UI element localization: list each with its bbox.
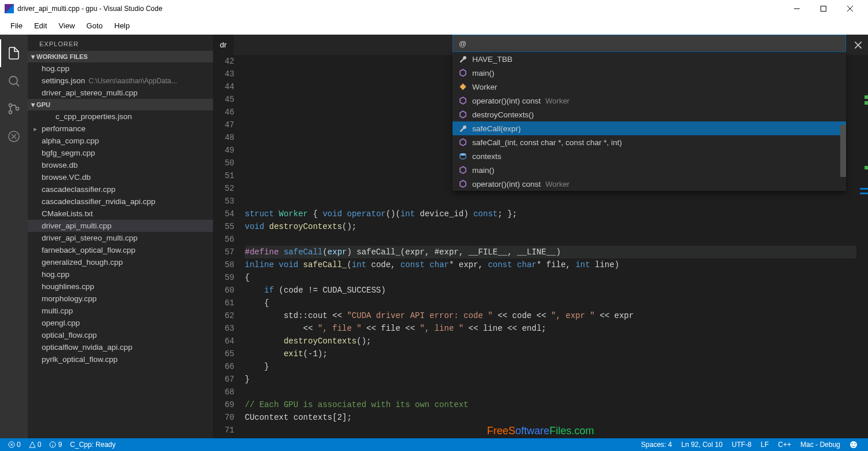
quick-open-item[interactable]: destroyContexts(): [453, 108, 846, 121]
method-icon: [458, 96, 468, 105]
menu-edit[interactable]: Edit: [28, 17, 53, 34]
working-file-item[interactable]: driver_api_stereo_multi.cpp: [28, 87, 213, 99]
debug-icon[interactable]: [0, 123, 28, 150]
quick-open-item[interactable]: main(): [453, 66, 846, 80]
svg-point-14: [855, 443, 856, 445]
status-language-server[interactable]: C_Cpp: Ready: [68, 441, 118, 449]
status-info[interactable]: 9: [47, 441, 64, 449]
chevron-down-icon: ▾: [31, 101, 35, 109]
folder-tree-item[interactable]: houghlines.cpp: [28, 280, 213, 293]
quick-open-input[interactable]: [453, 35, 846, 52]
ruler-mark: [865, 101, 868, 105]
method-icon: [458, 165, 468, 175]
menu-file[interactable]: File: [5, 17, 28, 34]
class-icon: [458, 82, 468, 91]
tab-driver-api-multi[interactable]: dr: [213, 35, 234, 55]
search-icon[interactable]: [0, 67, 28, 95]
method-icon: [458, 110, 468, 119]
window-controls: [784, 0, 863, 17]
working-files-label: WORKING FILES: [36, 53, 88, 60]
status-language[interactable]: C++: [774, 441, 796, 449]
feedback-icon[interactable]: [845, 441, 862, 449]
menubar: File Edit View Goto Help: [0, 17, 868, 35]
method-icon: [458, 179, 468, 188]
folder-tree-item[interactable]: hog.cpp: [28, 268, 213, 280]
overview-ruler[interactable]: [860, 55, 868, 438]
ruler-mark: [865, 95, 868, 99]
wrench-icon: [458, 54, 468, 64]
menu-help[interactable]: Help: [109, 17, 136, 34]
statusbar: 0 0 9 C_Cpp: Ready Spaces: 4 Ln 92, Col …: [0, 438, 868, 451]
titlebar: driver_api_multi.cpp - gpu - Visual Stud…: [0, 0, 868, 17]
folder-tree-item[interactable]: cascadeclassifier.cpp: [28, 183, 213, 195]
ruler-mark: [865, 166, 868, 169]
maximize-button[interactable]: [810, 0, 837, 17]
menu-goto[interactable]: Goto: [80, 17, 108, 34]
folder-tree-item[interactable]: farneback_optical_flow.cpp: [28, 244, 213, 256]
folder-label: GPU: [36, 101, 50, 108]
field-icon: [458, 151, 468, 161]
status-errors[interactable]: 0: [6, 441, 23, 449]
working-file-item[interactable]: settings.jsonC:\Users\aasthan\AppData...: [28, 75, 213, 87]
activitybar: [0, 35, 28, 438]
scrollbar-thumb[interactable]: [840, 125, 846, 177]
folder-tree-item[interactable]: bgfg_segm.cpp: [28, 147, 213, 159]
folder-tree-item[interactable]: optical_flow.cpp: [28, 329, 213, 341]
folder-tree: c_cpp_properties.jsonperformancealpha_co…: [28, 110, 213, 438]
wrench-icon: [458, 124, 468, 133]
svg-point-2: [9, 104, 12, 107]
ruler-mark: [860, 193, 868, 194]
menu-view[interactable]: View: [53, 17, 80, 34]
status-spaces[interactable]: Spaces: 4: [637, 441, 676, 449]
quick-open-item[interactable]: safeCall(expr): [453, 121, 846, 135]
svg-point-4: [16, 108, 19, 110]
folder-tree-item[interactable]: performance: [28, 123, 213, 135]
quick-open-item[interactable]: Worker: [453, 80, 846, 94]
sidebar: EXPLORER ▾ WORKING FILES hog.cppsettings…: [28, 35, 213, 438]
status-encoding[interactable]: UTF-8: [727, 441, 756, 449]
folder-tree-item[interactable]: driver_api_stereo_multi.cpp: [28, 232, 213, 244]
folder-header[interactable]: ▾ GPU: [28, 99, 213, 110]
quick-open-item[interactable]: main(): [453, 163, 846, 177]
quick-open-item[interactable]: safeCall_(int, const char *, const char …: [453, 135, 846, 149]
folder-tree-item[interactable]: driver_api_multi.cpp: [28, 220, 213, 232]
working-file-item[interactable]: hog.cpp: [28, 62, 213, 75]
git-icon[interactable]: [0, 95, 28, 123]
folder-tree-item[interactable]: alpha_comp.cpp: [28, 135, 213, 147]
svg-rect-8: [459, 83, 466, 90]
quick-open-list: HAVE_TBBmain()Workeroperator()(int) cons…: [453, 52, 846, 191]
quick-open-item[interactable]: HAVE_TBB: [453, 52, 846, 66]
status-config[interactable]: Mac - Debug: [796, 441, 845, 449]
window-title: driver_api_multi.cpp - gpu - Visual Stud…: [17, 5, 784, 13]
close-button[interactable]: [837, 0, 863, 17]
folder-tree-item[interactable]: morphology.cpp: [28, 293, 213, 305]
folder-tree-item[interactable]: c_cpp_properties.json: [28, 110, 213, 123]
minimize-button[interactable]: [784, 0, 810, 17]
svg-point-3: [9, 111, 12, 114]
folder-tree-item[interactable]: cascadeclassifier_nvidia_api.cpp: [28, 195, 213, 208]
status-warnings[interactable]: 0: [27, 441, 44, 449]
chevron-down-icon: ▾: [31, 53, 35, 61]
explorer-icon[interactable]: [0, 39, 28, 67]
quick-open-item[interactable]: operator()(int) constWorker: [453, 94, 846, 108]
app-icon: [5, 4, 14, 13]
close-tab-icon[interactable]: [853, 40, 863, 50]
folder-tree-item[interactable]: CMakeLists.txt: [28, 208, 213, 220]
folder-tree-item[interactable]: generalized_hough.cpp: [28, 256, 213, 268]
folder-tree-item[interactable]: pyrlk_optical_flow.cpp: [28, 353, 213, 365]
svg-point-9: [460, 153, 466, 156]
status-position[interactable]: Ln 92, Col 10: [676, 441, 727, 449]
folder-tree-item[interactable]: multi.cpp: [28, 305, 213, 317]
method-icon: [458, 138, 468, 147]
folder-tree-item[interactable]: opticalflow_nvidia_api.cpp: [28, 341, 213, 353]
svg-point-12: [850, 441, 857, 448]
status-eol[interactable]: LF: [756, 441, 774, 449]
folder-tree-item[interactable]: browse.VC.db: [28, 171, 213, 183]
folder-tree-item[interactable]: browse.db: [28, 159, 213, 171]
quick-open-item[interactable]: operator()(int) constWorker: [453, 177, 846, 191]
editor-area: dr HAVE_TBBmain()Workeroperator()(int) c…: [213, 35, 868, 438]
quick-open-item[interactable]: contexts: [453, 149, 846, 163]
folder-tree-item[interactable]: opengl.cpp: [28, 317, 213, 329]
line-gutter: 4243444546474849505152535455565758596061…: [213, 55, 245, 438]
working-files-header[interactable]: ▾ WORKING FILES: [28, 51, 213, 62]
